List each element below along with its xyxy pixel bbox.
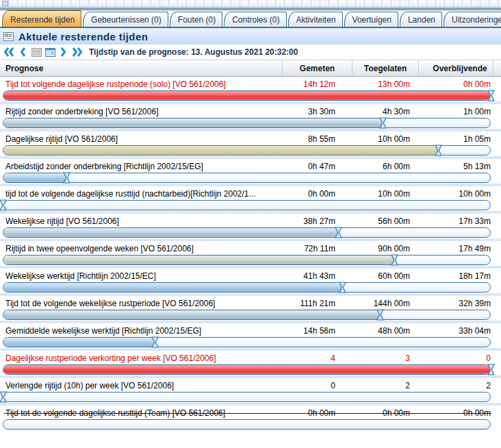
- tab-aktiviteiten[interactable]: Aktiviteiten: [288, 12, 343, 27]
- progress-track: [3, 145, 491, 155]
- tab-gebeurtenissen-0[interactable]: Gebeurtenissen (0): [83, 12, 168, 27]
- tab-label: Landen: [408, 15, 435, 25]
- overblijvende-value: 2: [418, 381, 501, 390]
- prognosis-table: Tijd tot volgende dagelijkse rustperiode…: [0, 77, 501, 433]
- prognosis-label: Tijd tot de volgende wekelijkse rustperi…: [0, 299, 282, 308]
- hourglass-slider-handle: [151, 336, 159, 348]
- progress-track: [3, 337, 491, 347]
- tab-label: Uitzonderingen: [452, 15, 501, 25]
- next-button[interactable]: [57, 46, 70, 58]
- progress-fill: [3, 119, 382, 127]
- prognosis-label: Arbeidstijd zonder onderbreking [Richtli…: [0, 162, 282, 171]
- column-header-prognose: Prognose: [0, 64, 282, 73]
- tab-controles-0[interactable]: Controles (0): [224, 12, 286, 27]
- app-window: Resterende tijdenGebeurtenissen (0)Foute…: [0, 0, 501, 448]
- progress-fill: [3, 365, 490, 374]
- snapshot-disabled-icon: [31, 48, 42, 57]
- prognosis-toolbar: Tijdstip van de prognose: 13. Augustus 2…: [0, 45, 501, 60]
- table-row: Dagelijkse rijtijd [VO 561/2006] 8h 55m …: [0, 132, 501, 159]
- tab-uitzonderingen[interactable]: Uitzonderingen: [444, 12, 501, 27]
- overblijvende-value: 18h 17m: [418, 271, 501, 281]
- progress-track: [3, 419, 491, 430]
- tab-landen[interactable]: Landen: [400, 12, 442, 27]
- overblijvende-value: 0h 00m: [418, 79, 501, 89]
- progress-fill: [3, 310, 380, 319]
- prognosis-label: Wekelijkse werktijd [Richtlijn 2002/15/E…: [0, 271, 282, 281]
- table-row: Rijtijd in twee opeenvolgende weken [VO …: [0, 241, 501, 269]
- progress-bar: [3, 364, 491, 375]
- calendar-button[interactable]: [44, 46, 56, 58]
- progress-track: [3, 255, 491, 265]
- table-row: Tijd tot volgende dagelijkse rustperiode…: [0, 77, 501, 104]
- toegelaten-value: 2: [352, 381, 418, 390]
- hourglass-slider-handle: [379, 117, 387, 129]
- first-button[interactable]: [3, 46, 15, 58]
- progress-fill: [3, 146, 437, 155]
- report-icon: [3, 32, 14, 41]
- page-header: Aktuele resterende tijden: [0, 28, 501, 45]
- progress-fill: [3, 173, 67, 182]
- timeline-ruler-strip: [0, 0, 501, 7]
- prognosis-label: Rijtijd in twee opeenvolgende weken [VO …: [0, 244, 282, 253]
- overblijvende-value: 33h 04m: [418, 326, 501, 336]
- progress-bar: [3, 392, 491, 403]
- table-row: Dagelijkse rustperiode verkorting per we…: [0, 351, 501, 378]
- tab-voertuigen[interactable]: Voertuigen: [344, 12, 398, 27]
- progress-track: [3, 310, 491, 320]
- progress-fill: [3, 338, 155, 347]
- toegelaten-value: 10h 00m: [352, 189, 418, 199]
- mini-toolbar-icon: [2, 1, 8, 6]
- tab-label: Controles (0): [232, 15, 279, 25]
- overblijvende-value: 0: [418, 353, 501, 363]
- table-row: Rijtijd zonder onderbreking [VO 561/2006…: [0, 104, 501, 132]
- gemeten-value: 38h 27m: [282, 216, 352, 226]
- progress-track: [3, 173, 491, 183]
- gemeten-value: 14h 12m: [282, 79, 352, 89]
- toegelaten-value: 60h 00m: [352, 271, 418, 281]
- overblijvende-value: 17h 33m: [418, 216, 501, 226]
- toegelaten-value: 144h 00m: [352, 299, 418, 308]
- progress-track: [3, 90, 491, 101]
- table-row: Tijd tot de volgende wekelijkse rustperi…: [0, 296, 501, 323]
- gemeten-value: 8h 55m: [282, 134, 352, 144]
- progress-bar: [3, 227, 491, 238]
- progress-track: [3, 364, 491, 375]
- hourglass-slider-handle: [335, 227, 342, 238]
- progress-fill: [3, 228, 337, 237]
- gemeten-value: 0h 47m: [282, 162, 352, 171]
- snapshot-button-disabled[interactable]: [30, 46, 42, 58]
- next-icon: [60, 47, 68, 58]
- last-icon: [72, 47, 83, 58]
- progress-bar: [3, 282, 491, 293]
- prognosis-label: Tijd tot de volgende dagelijkse rusttijd…: [0, 408, 282, 418]
- progress-bar: [3, 310, 491, 321]
- table-row: Tijd tot de volgende dagelijkse rusttijd…: [0, 406, 501, 433]
- progress-fill: [3, 91, 490, 100]
- progress-bar: [3, 419, 491, 430]
- gemeten-value: 3h 30m: [282, 107, 352, 116]
- previous-button[interactable]: [16, 46, 29, 58]
- toegelaten-value: 10h 00m: [352, 134, 418, 144]
- column-header-toegelaten: Toegelaten: [352, 60, 418, 76]
- toegelaten-value: 0h 00m: [352, 408, 418, 418]
- gemeten-value: 4: [282, 353, 352, 363]
- prognosis-label: Gemiddelde wekelijkse werktijd [Richtlij…: [0, 326, 282, 336]
- last-button[interactable]: [71, 46, 84, 58]
- progress-bar: [3, 145, 491, 156]
- progress-bar: [3, 90, 491, 101]
- gemeten-value: 0h 00m: [282, 189, 352, 199]
- tab-label: Fouten (0): [178, 15, 216, 25]
- table-row: Gemiddelde wekelijkse werktijd [Richtlij…: [0, 323, 501, 351]
- tab-resterende-tijden[interactable]: Resterende tijden: [2, 10, 81, 27]
- gemeten-value: 111h 21m: [282, 299, 352, 308]
- tab-fouten-0[interactable]: Fouten (0): [170, 12, 222, 27]
- progress-bar: [3, 337, 491, 348]
- tab-label: Aktiviteiten: [296, 15, 336, 25]
- toegelaten-value: 56h 00m: [352, 216, 418, 226]
- hourglass-slider-handle: [63, 172, 70, 184]
- progress-track: [3, 282, 491, 293]
- gemeten-value: 72h 11m: [282, 244, 352, 253]
- hourglass-slider-handle: [487, 364, 495, 375]
- prognosis-label: Tijd tot volgende dagelijkse rustperiode…: [0, 79, 282, 89]
- toegelaten-value: 48h 00m: [352, 326, 418, 336]
